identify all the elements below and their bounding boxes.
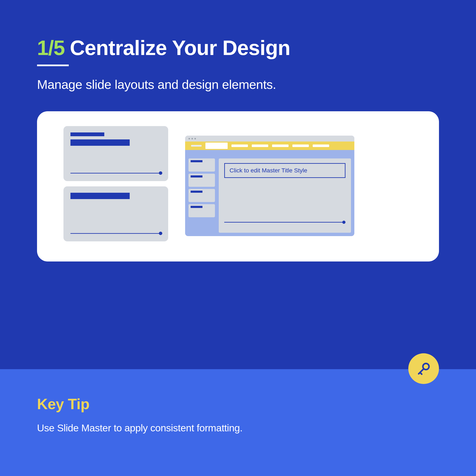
ribbon-tab — [292, 144, 309, 147]
ribbon-tab — [191, 145, 202, 147]
dot-icon — [159, 232, 162, 235]
step-number: 1/5 — [37, 36, 65, 60]
svg-line-2 — [420, 372, 422, 374]
tip-text: Use Slide Master to apply consistent for… — [37, 422, 439, 434]
placeholder-bar — [191, 160, 203, 162]
window-sidebar — [188, 158, 215, 233]
slide-thumbnails-column — [64, 126, 168, 241]
window-toolbar — [185, 150, 354, 157]
sidebar-thumbnail — [188, 189, 215, 202]
traffic-light-dot — [194, 138, 196, 139]
placeholder-bar — [70, 193, 130, 199]
title-row: 1/5 Centralize Your Design — [37, 36, 439, 60]
placeholder-bar — [191, 191, 203, 193]
placeholder-bar — [70, 133, 104, 136]
title-underline — [37, 65, 69, 66]
ribbon-tab-active — [205, 143, 228, 149]
window-ribbon — [185, 141, 354, 150]
slide-thumbnail-1 — [64, 126, 168, 181]
sidebar-thumbnail — [188, 158, 215, 171]
slide-canvas: Click to edit Master Title Style — [219, 158, 351, 233]
traffic-light-dot — [191, 138, 193, 139]
dot-icon — [342, 221, 345, 224]
sidebar-thumbnail — [188, 204, 215, 217]
subtitle: Manage slide layouts and design elements… — [37, 77, 439, 92]
window-body: Click to edit Master Title Style — [185, 157, 354, 236]
illustration-card: Click to edit Master Title Style — [37, 111, 439, 261]
ribbon-tab — [252, 144, 268, 147]
dot-icon — [159, 171, 162, 175]
divider-line — [70, 173, 162, 173]
tip-section: Key Tip Use Slide Master to apply consis… — [0, 369, 476, 476]
window-titlebar — [185, 136, 354, 141]
top-section: 1/5 Centralize Your Design Manage slide … — [0, 0, 476, 369]
app-window-mockup: Click to edit Master Title Style — [185, 136, 354, 236]
key-icon-badge — [408, 353, 439, 384]
tip-title: Key Tip — [37, 396, 439, 412]
placeholder-bar — [191, 175, 203, 177]
placeholder-bar — [70, 139, 130, 146]
page-container: 1/5 Centralize Your Design Manage slide … — [0, 0, 476, 476]
master-title-placeholder: Click to edit Master Title Style — [224, 163, 345, 178]
key-icon — [415, 360, 432, 377]
ribbon-tab — [313, 144, 329, 147]
placeholder-bar — [191, 206, 203, 208]
sidebar-thumbnail — [188, 174, 215, 187]
ribbon-tab — [231, 144, 248, 147]
slide-thumbnail-2 — [64, 186, 168, 241]
divider-line — [70, 233, 162, 234]
traffic-light-dot — [188, 138, 190, 139]
main-title: Centralize Your Design — [70, 36, 290, 60]
divider-line — [224, 222, 345, 222]
ribbon-tab — [272, 144, 289, 147]
